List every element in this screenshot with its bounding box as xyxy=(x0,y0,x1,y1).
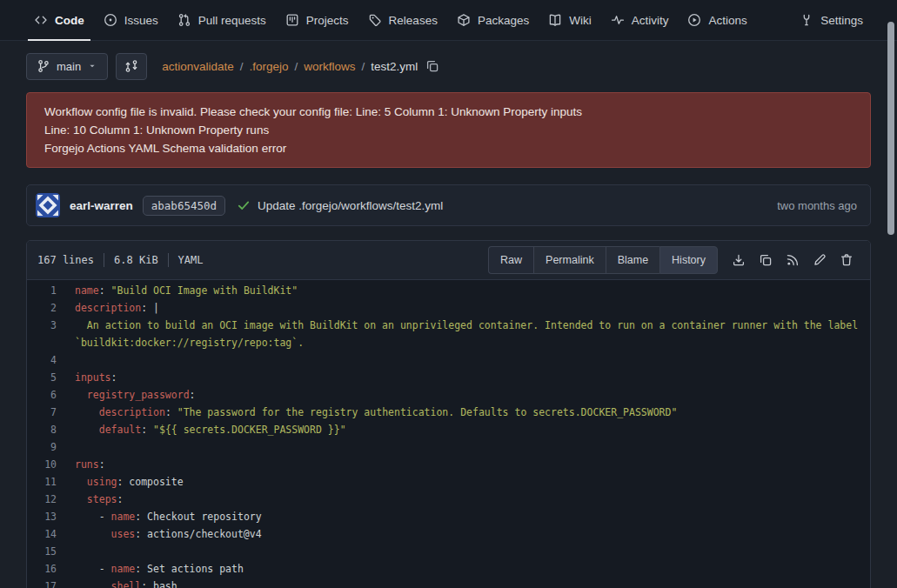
breadcrumb-segment-test2-yml: test2.yml xyxy=(371,60,418,73)
line-content: runs: xyxy=(75,456,870,473)
tab-settings[interactable]: Settings xyxy=(790,0,873,40)
breadcrumb-separator: / xyxy=(240,60,244,73)
tab-actions[interactable]: Actions xyxy=(678,0,756,40)
tab-code[interactable]: Code xyxy=(24,0,94,40)
breadcrumb-separator: / xyxy=(295,60,298,73)
tab-packages[interactable]: Packages xyxy=(447,0,539,40)
copy-icon xyxy=(759,253,773,267)
line-number[interactable]: 7 xyxy=(27,404,75,421)
packages-icon xyxy=(457,13,471,27)
breadcrumb-segment--forgejo[interactable]: .forgejo xyxy=(250,60,289,73)
tab-wiki[interactable]: Wiki xyxy=(539,0,601,40)
line-content: An action to build an OCI image with Bui… xyxy=(75,317,870,351)
commit-author[interactable]: earl-warren xyxy=(70,199,133,212)
code-line: 5inputs: xyxy=(27,369,870,386)
tab-issues[interactable]: Issues xyxy=(94,0,168,40)
line-content: - name: Set actions path xyxy=(75,560,870,578)
check-icon xyxy=(237,198,251,212)
tab-label: Issues xyxy=(124,14,158,27)
line-number[interactable]: 10 xyxy=(27,456,75,473)
line-content: name: "Build OCI Image with BuildKit" xyxy=(75,282,870,299)
line-number[interactable]: 5 xyxy=(27,369,75,386)
raw-button[interactable]: Raw xyxy=(488,246,533,274)
line-content: registry_password: xyxy=(75,386,870,404)
copy-button[interactable] xyxy=(752,247,779,273)
pencil-button[interactable] xyxy=(806,247,833,273)
history-button[interactable]: History xyxy=(659,246,718,274)
file-view-box: 167 lines 6.8 KiB YAML RawPermalinkBlame… xyxy=(26,240,871,588)
commit-message[interactable]: Update .forgejo/workflows/test2.yml xyxy=(258,199,443,212)
breadcrumb-segment-workflows[interactable]: workflows xyxy=(304,60,355,73)
file-view-buttons: RawPermalinkBlameHistory xyxy=(488,246,718,274)
line-number[interactable]: 11 xyxy=(27,473,75,491)
tab-label: Releases xyxy=(389,14,438,27)
line-content xyxy=(75,543,870,560)
line-content xyxy=(75,438,870,456)
line-number[interactable]: 6 xyxy=(27,386,75,404)
code-view: 1name: "Build OCI Image with BuildKit"2d… xyxy=(27,280,870,588)
code-line: 6 registry_password: xyxy=(27,386,870,404)
code-line: 12 steps: xyxy=(27,491,870,508)
commit-sha[interactable]: abab65450d xyxy=(143,196,225,216)
line-number[interactable]: 8 xyxy=(27,421,75,438)
line-number[interactable]: 9 xyxy=(27,438,75,456)
line-number[interactable]: 1 xyxy=(27,282,75,299)
blame-button[interactable]: Blame xyxy=(606,246,659,274)
code-line: 17 shell: bash xyxy=(27,578,870,588)
trash-button[interactable] xyxy=(833,247,860,273)
pencil-icon xyxy=(813,253,827,267)
tab-activity[interactable]: Activity xyxy=(601,0,679,40)
line-content xyxy=(75,351,870,369)
tab-projects[interactable]: Projects xyxy=(276,0,358,40)
chevron-down-icon xyxy=(87,61,97,71)
projects-icon xyxy=(285,13,299,27)
divider xyxy=(168,253,169,267)
code-line: 1name: "Build OCI Image with BuildKit" xyxy=(27,282,870,299)
download-button[interactable] xyxy=(725,247,752,273)
line-content: steps: xyxy=(75,491,870,508)
line-number[interactable]: 13 xyxy=(27,508,75,525)
breadcrumb-segment-actionvalidate[interactable]: actionvalidate xyxy=(162,60,234,73)
workflow-error-banner: Workflow config file is invalid. Please … xyxy=(26,92,871,168)
line-number[interactable]: 15 xyxy=(27,543,75,560)
line-content: uses: actions/checkout@v4 xyxy=(75,525,870,543)
rss-button[interactable] xyxy=(779,247,806,273)
line-number[interactable]: 17 xyxy=(27,578,75,588)
line-number[interactable]: 4 xyxy=(27,351,75,369)
latest-commit-box: earl-warren abab65450d Update .forgejo/w… xyxy=(26,184,871,226)
line-content: default: "${{ secrets.DOCKER_PASSWORD }}… xyxy=(75,421,870,438)
branch-name: main xyxy=(57,60,81,73)
line-number[interactable]: 3 xyxy=(27,317,75,351)
line-number[interactable]: 12 xyxy=(27,491,75,508)
repo-content: main actionvalidate/.forgejo/workflows/t… xyxy=(0,52,897,588)
line-content: inputs: xyxy=(75,369,870,386)
settings-icon xyxy=(800,13,813,27)
permalink-button[interactable]: Permalink xyxy=(533,246,606,274)
line-content: description: | xyxy=(75,299,870,317)
line-number[interactable]: 16 xyxy=(27,560,75,578)
copy-path-button[interactable] xyxy=(425,59,439,73)
code-line: 14 uses: actions/checkout@v4 xyxy=(27,525,870,543)
trash-icon xyxy=(840,253,853,267)
code-line: 11 using: composite xyxy=(27,473,870,491)
error-message-line: Forgejo Actions YAML Schema validation e… xyxy=(44,139,853,157)
code-line: 8 default: "${{ secrets.DOCKER_PASSWORD … xyxy=(27,421,870,438)
tab-releases[interactable]: Releases xyxy=(358,0,447,40)
line-number[interactable]: 14 xyxy=(27,525,75,543)
issues-icon xyxy=(104,13,117,27)
tab-label: Wiki xyxy=(569,14,592,27)
line-content: description: "The password for the regis… xyxy=(75,404,870,421)
vertical-scrollbar[interactable] xyxy=(887,22,894,235)
compare-icon xyxy=(124,59,138,73)
avatar[interactable] xyxy=(36,193,60,217)
code-icon xyxy=(34,13,48,27)
releases-icon xyxy=(368,13,382,27)
branch-selector[interactable]: main xyxy=(26,53,108,80)
code-line: 7 description: "The password for the reg… xyxy=(27,404,870,421)
line-number[interactable]: 2 xyxy=(27,299,75,317)
copy-icon xyxy=(425,59,439,73)
rss-icon xyxy=(786,253,800,267)
tab-pull-requests[interactable]: Pull requests xyxy=(168,0,276,40)
compare-button[interactable] xyxy=(116,53,147,80)
branch-icon xyxy=(37,59,50,73)
